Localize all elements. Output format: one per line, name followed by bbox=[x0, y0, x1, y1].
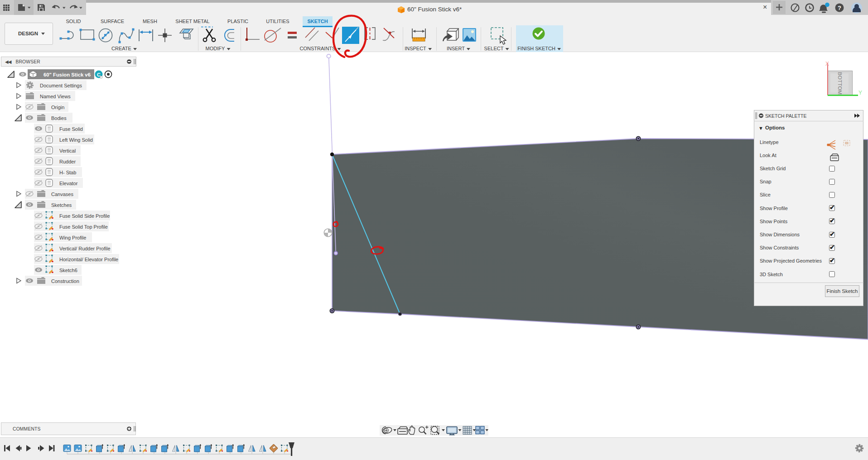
svg-text:Elevator: Elevator bbox=[59, 181, 78, 186]
svg-text:Fuse Solid: Fuse Solid bbox=[59, 126, 83, 132]
svg-text:Named Views: Named Views bbox=[40, 94, 71, 99]
svg-text:Left Wing Solid: Left Wing Solid bbox=[59, 137, 93, 143]
svg-text:Document Settings: Document Settings bbox=[40, 83, 82, 88]
svg-text:Vertical/ Rudder Profile: Vertical/ Rudder Profile bbox=[59, 246, 111, 251]
svg-text:Fuse Solid Top Profile: Fuse Solid Top Profile bbox=[59, 224, 108, 230]
svg-text:Wing Profile: Wing Profile bbox=[59, 235, 86, 240]
svg-text:X: X bbox=[825, 61, 829, 67]
svg-text:Construction: Construction bbox=[51, 278, 79, 284]
svg-text:Y: Y bbox=[858, 90, 862, 96]
svg-text:Vertical: Vertical bbox=[59, 148, 76, 153]
svg-text:Bodies: Bodies bbox=[51, 115, 67, 121]
svg-text:60" Fusion Stick v6: 60" Fusion Stick v6 bbox=[43, 72, 91, 77]
svg-text:Sketch6: Sketch6 bbox=[59, 268, 77, 273]
svg-text:Rudder: Rudder bbox=[59, 159, 76, 164]
svg-text:H- Stab: H- Stab bbox=[59, 170, 76, 175]
svg-text:?: ? bbox=[838, 5, 841, 11]
svg-text:Origin: Origin bbox=[51, 105, 64, 110]
svg-text:Sketches: Sketches bbox=[51, 202, 72, 208]
svg-text:Horizontal/ Elevator Profile: Horizontal/ Elevator Profile bbox=[59, 257, 118, 262]
svg-text:Fuse Solid Side Profile: Fuse Solid Side Profile bbox=[59, 213, 110, 219]
svg-text:Canvases: Canvases bbox=[51, 192, 73, 197]
